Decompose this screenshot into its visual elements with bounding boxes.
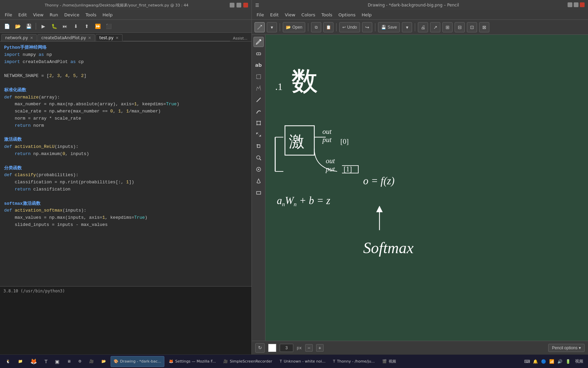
tab-close-icon[interactable]: ✕ [30,36,33,40]
copy-button[interactable]: ⧉ [311,22,321,32]
tool-text[interactable]: ab [254,60,264,70]
editor-button[interactable]: T [42,356,51,367]
tab-close-icon[interactable]: ✕ [88,36,91,40]
screen-recorder-button[interactable]: 🎥 [86,356,97,367]
bluetooth-icon[interactable]: 🔵 [540,358,546,365]
pencil-menu-view[interactable]: View [282,12,298,18]
menu-device[interactable]: Device [62,12,82,18]
paste-button[interactable]: 📋 [323,22,333,32]
notification-icon[interactable]: 🔔 [532,358,538,365]
pencil-menu-edit[interactable]: Edit [267,12,281,18]
tool-eraser[interactable] [254,48,264,59]
menu-view[interactable]: View [30,12,46,18]
paint-task-button[interactable]: 🎨 Drawing - *dark-bac... [111,356,164,367]
tool-scale[interactable] [254,129,264,140]
firefox-task-button[interactable]: 🦊 Settings — Mozilla F... [166,356,219,367]
pencil-close-btn[interactable] [580,2,585,7]
tab-close-icon[interactable]: ✕ [116,36,119,40]
video-task-button[interactable]: 🎬 视频 [379,356,399,367]
pencil-tool-active-btn[interactable] [255,22,265,32]
tool-crop[interactable] [254,141,264,151]
pencil-menu-tools[interactable]: Tools [319,12,335,18]
maximize-button[interactable] [236,3,241,7]
files-button[interactable]: 📁 [15,356,26,367]
tool-zoom[interactable] [254,153,264,163]
network-icon[interactable]: 📶 [549,358,555,365]
save-dropdown-btn[interactable]: ▾ [402,22,412,32]
volume-icon[interactable]: 🔊 [557,358,563,365]
undo-button[interactable]: ↩ Undo [339,22,360,32]
size-decrease-button[interactable]: − [305,344,313,352]
view-button3[interactable]: ⊡ [467,22,477,32]
vscode-button[interactable]: ▣ [52,356,63,367]
tool-select-free[interactable] [254,83,264,93]
thonny-task-button[interactable]: T Thonny - /home/ju... [330,356,378,367]
color-swatch-white[interactable] [268,344,276,352]
close-button[interactable] [243,3,248,7]
step-over-button[interactable]: ⏭ [60,21,70,31]
step-into-button[interactable]: ⬇ [71,21,81,31]
start-menu-button[interactable]: 🐧 [3,356,14,367]
rotate-button[interactable]: ↻ [255,343,265,353]
size-increase-button[interactable]: + [316,344,324,352]
recorder-task-button[interactable]: 🎥 SimpleScreenRecorder [220,356,275,367]
files2-button[interactable]: 📂 [98,356,109,367]
continue-button[interactable]: ⏩ [93,21,102,31]
view-button1[interactable]: ⊞ [442,22,453,32]
tool-color-picker[interactable] [254,164,264,174]
save-button[interactable]: 💾 Save [378,22,400,32]
tool-fill[interactable] [254,176,264,186]
run-button[interactable]: ▶ [38,21,48,31]
pencil-minimize-btn[interactable] [568,2,572,7]
pencil-dropdown-btn[interactable]: ▾ [267,22,277,32]
open-button[interactable]: 📂 Open [283,22,305,32]
print-button[interactable]: 🖨 [418,22,428,32]
view-button4[interactable]: ⊠ [479,22,489,32]
pencil-options-button[interactable]: Pencil options ▾ [548,344,585,352]
drawing-canvas[interactable]: 数 .1 激 out put [0] out put [ [265,35,588,341]
share-button[interactable]: ↗ [430,22,440,32]
firefox-button[interactable]: 🦊 [27,356,40,367]
menu-edit[interactable]: Edit [16,12,30,18]
pencil-menu-options[interactable]: Options [336,12,358,18]
thonny-console[interactable]: 3.8.10 (/usr/bin/python3) [0,286,251,354]
stop-button[interactable]: ⬛ [104,21,113,31]
redo-button[interactable]: ↪ [362,22,372,32]
menu-run[interactable]: Run [47,12,61,18]
unknown-task-button[interactable]: T Unknown - white noi... [277,356,329,367]
tool-pencil[interactable] [254,37,264,47]
step-out-button[interactable]: ⬆ [82,21,92,31]
pencil-menu-file[interactable]: File [254,12,267,18]
brush-size-input[interactable] [280,344,293,352]
view-button2[interactable]: ⊟ [455,22,465,32]
thonny-task-icon: T [333,359,336,364]
pencil-menu-colors[interactable]: Colors [299,12,318,18]
save-file-button[interactable]: 💾 [24,21,33,31]
menu-file[interactable]: File [2,12,15,18]
tab-test[interactable]: test.py ✕ [96,34,122,41]
debug-button[interactable]: 🐛 [49,21,59,31]
menu-help[interactable]: Help [100,12,115,18]
open-file-button[interactable]: 📂 [13,21,22,31]
pencil-menu-icon[interactable]: ☰ [255,3,259,8]
tool-curve[interactable] [254,106,264,117]
tool-select-rect[interactable] [254,72,264,82]
tool-line[interactable] [254,95,264,105]
svg-point-8 [260,124,261,125]
terminal-button[interactable]: 🖥 [64,356,74,367]
menu-tools[interactable]: Tools [83,12,99,18]
tab-network[interactable]: network.py ✕ [1,34,37,41]
keyboard-icon[interactable]: ⌨ [524,358,530,365]
code-line: scale_rate = np.where(max_number == 0, 1… [4,108,247,115]
tab-createDataAndPlot[interactable]: createDataAndPlot.py ✕ [37,34,95,41]
pencil-maximize-btn[interactable] [574,2,578,7]
code-editor[interactable]: Python手搓神经网络 import numpy as np import c… [0,42,251,286]
tool-transform[interactable] [254,118,264,128]
tool-rect-select2[interactable] [254,187,264,198]
minimize-button[interactable] [230,3,234,7]
settings-button[interactable]: ⚙ [75,356,85,367]
pencil-menu-help[interactable]: Help [359,12,375,18]
battery-icon[interactable]: 🔋 [565,358,571,365]
new-file-button[interactable]: 📄 [2,21,12,31]
assistant-tab[interactable]: Assist... [230,35,250,41]
